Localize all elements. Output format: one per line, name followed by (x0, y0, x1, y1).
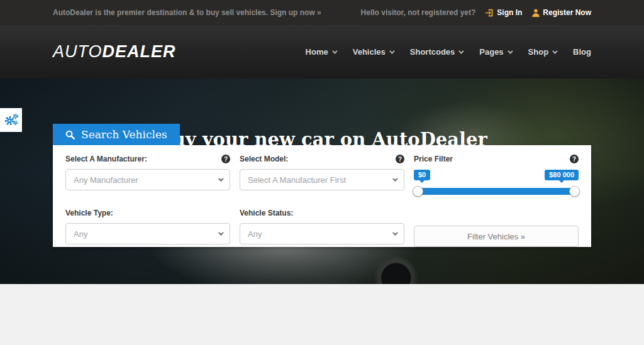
topbar: AutoDealer is the premier destination & … (0, 0, 644, 25)
price-max-badge: $80 000 (545, 170, 579, 180)
nav-label: Home (306, 47, 328, 57)
nav-item-shortcodes[interactable]: Shortcodes (410, 47, 463, 57)
filter-vehicles-button[interactable]: Filter Vehicles » (414, 226, 579, 247)
chevron-down-icon (508, 48, 513, 53)
nav-label: Vehicles (353, 47, 386, 57)
help-icon[interactable]: ? (396, 155, 404, 163)
slider-track (414, 188, 579, 195)
vehicle-type-value: Any (74, 229, 87, 239)
search-panel: Select A Manufacturer: ? Any Manufacture… (53, 145, 591, 247)
vehicle-search-widget: Search Vehicles Select A Manufacturer: ?… (53, 124, 591, 247)
sign-in-link[interactable]: Sign In (486, 8, 522, 17)
model-select[interactable]: Select A Manufacturer First (240, 169, 404, 190)
nav-item-home[interactable]: Home (306, 47, 336, 57)
gears-icon (4, 113, 19, 127)
filter-button-group: Filter Vehicles » (414, 209, 579, 247)
main-header: AUTODEALER Home Vehicles Shortcodes Page… (0, 25, 644, 79)
theme-options-toggle[interactable] (0, 108, 22, 132)
visitor-greeting: Hello visitor, not registered yet? (361, 8, 476, 17)
slider-handle-min[interactable] (413, 186, 423, 197)
logo-light-part: AUTO (53, 42, 103, 61)
price-range-slider[interactable] (414, 185, 579, 197)
price-filter-label: Price Filter (414, 155, 453, 163)
nav-label: Shortcodes (410, 47, 455, 57)
model-label: Select Model: (240, 155, 288, 163)
chevron-down-icon (392, 230, 397, 235)
nav-item-shop[interactable]: Shop (528, 47, 557, 57)
price-filter-group: Price Filter ? $0 $80 000 (414, 155, 579, 199)
vehicle-status-group: Vehicle Status: Any (240, 209, 404, 247)
chevron-down-icon (458, 48, 464, 53)
register-label: Register Now (543, 8, 591, 17)
chevron-down-icon (552, 48, 557, 53)
logo-bold-part: DEALER (103, 42, 176, 61)
price-min-badge: $0 (414, 170, 430, 180)
chevron-down-icon (218, 230, 223, 235)
help-icon[interactable]: ? (570, 155, 579, 163)
manufacturer-label: Select A Manufacturer: (65, 155, 147, 163)
search-vehicles-tab[interactable]: Search Vehicles (53, 124, 180, 145)
nav-item-blog[interactable]: Blog (573, 47, 591, 57)
slider-handle-max[interactable] (569, 186, 580, 197)
site-logo[interactable]: AUTODEALER (53, 42, 176, 62)
user-icon (532, 9, 540, 17)
manufacturer-select[interactable]: Any Manufacturer (65, 169, 230, 190)
chevron-down-icon (218, 176, 223, 181)
help-icon[interactable]: ? (221, 155, 230, 163)
vehicle-type-label: Vehicle Type: (65, 209, 113, 217)
manufacturer-field-group: Select A Manufacturer: ? Any Manufacture… (65, 155, 230, 199)
nav-item-pages[interactable]: Pages (479, 47, 511, 57)
vehicle-type-select[interactable]: Any (65, 223, 230, 244)
search-icon (65, 130, 75, 140)
manufacturer-select-value: Any Manufacturer (74, 175, 138, 185)
nav-label: Blog (573, 47, 591, 57)
sign-in-label: Sign In (497, 8, 522, 17)
model-select-value: Select A Manufacturer First (248, 175, 346, 185)
vehicle-status-select[interactable]: Any (240, 223, 404, 244)
nav-label: Shop (528, 47, 549, 57)
main-nav: Home Vehicles Shortcodes Pages Shop Blog (306, 47, 591, 57)
vehicle-status-value: Any (248, 229, 262, 239)
register-link[interactable]: Register Now (532, 8, 591, 17)
sign-in-icon (486, 9, 494, 17)
nav-item-vehicles[interactable]: Vehicles (353, 47, 393, 57)
topbar-promo-text[interactable]: AutoDealer is the premier destination & … (53, 8, 321, 17)
chevron-down-icon (332, 48, 337, 53)
model-field-group: Select Model: ? Select A Manufacturer Fi… (240, 155, 404, 199)
nav-label: Pages (479, 47, 503, 57)
vehicle-type-group: Vehicle Type: Any (65, 209, 230, 247)
vehicle-status-label: Vehicle Status: (240, 209, 293, 217)
chevron-down-icon (389, 48, 394, 53)
search-tab-label: Search Vehicles (81, 128, 167, 141)
chevron-down-icon (392, 176, 397, 181)
